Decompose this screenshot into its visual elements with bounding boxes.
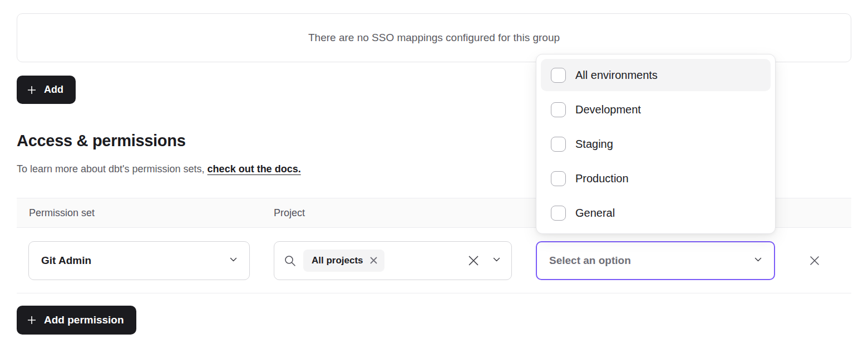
project-multiselect[interactable]: All projects bbox=[274, 241, 512, 280]
dropdown-option[interactable]: Development bbox=[541, 93, 771, 126]
table-row: Git Admin All projects bbox=[17, 228, 851, 293]
sso-empty-message: There are no SSO mappings configured for… bbox=[308, 32, 560, 44]
description-text: To learn more about dbt's permission set… bbox=[17, 163, 208, 174]
project-chip-label: All projects bbox=[312, 255, 363, 266]
dropdown-option[interactable]: Production bbox=[541, 162, 771, 195]
dropdown-option-label: Development bbox=[575, 103, 641, 116]
search-icon bbox=[283, 254, 297, 267]
permission-set-select[interactable]: Git Admin bbox=[28, 241, 250, 280]
dropdown-option-label: All environments bbox=[575, 69, 658, 82]
plus-icon bbox=[26, 315, 37, 326]
remove-row-close-icon[interactable] bbox=[808, 255, 821, 267]
add-button-label: Add bbox=[44, 84, 63, 96]
add-permission-label: Add permission bbox=[44, 314, 124, 326]
plus-icon bbox=[26, 84, 37, 96]
project-chip: All projects bbox=[303, 250, 384, 272]
checkbox-unchecked-icon[interactable] bbox=[551, 68, 566, 83]
dropdown-option-label: Staging bbox=[575, 138, 613, 151]
checkbox-unchecked-icon[interactable] bbox=[551, 137, 566, 152]
checkbox-unchecked-icon[interactable] bbox=[551, 206, 566, 221]
chevron-down-icon[interactable] bbox=[492, 255, 501, 266]
docs-link[interactable]: check out the docs. bbox=[208, 163, 301, 174]
page-title: Access & permissions bbox=[17, 132, 186, 150]
add-permission-button[interactable]: Add permission bbox=[17, 306, 136, 335]
chip-remove-icon[interactable] bbox=[370, 257, 377, 264]
dropdown-option[interactable]: Staging bbox=[541, 128, 771, 160]
column-header-permission-set: Permission set bbox=[17, 207, 262, 219]
dropdown-option[interactable]: All environments bbox=[541, 59, 771, 91]
chevron-down-icon bbox=[753, 255, 763, 266]
dropdown-option[interactable]: General bbox=[541, 197, 771, 229]
dropdown-option-label: Production bbox=[575, 172, 629, 185]
checkbox-unchecked-icon[interactable] bbox=[551, 171, 566, 186]
section-description: To learn more about dbt's permission set… bbox=[17, 163, 301, 175]
checkbox-unchecked-icon[interactable] bbox=[551, 102, 566, 117]
environment-dropdown-menu: All environments Development Staging Pro… bbox=[536, 54, 776, 234]
chevron-down-icon bbox=[229, 255, 238, 266]
dropdown-option-label: General bbox=[575, 207, 615, 220]
column-header-project: Project bbox=[262, 207, 524, 219]
environment-select[interactable]: Select an option bbox=[536, 241, 775, 280]
add-sso-mapping-button[interactable]: Add bbox=[17, 76, 76, 104]
environment-placeholder: Select an option bbox=[549, 255, 631, 267]
clear-icon[interactable] bbox=[467, 255, 480, 267]
permission-set-value: Git Admin bbox=[41, 255, 91, 267]
